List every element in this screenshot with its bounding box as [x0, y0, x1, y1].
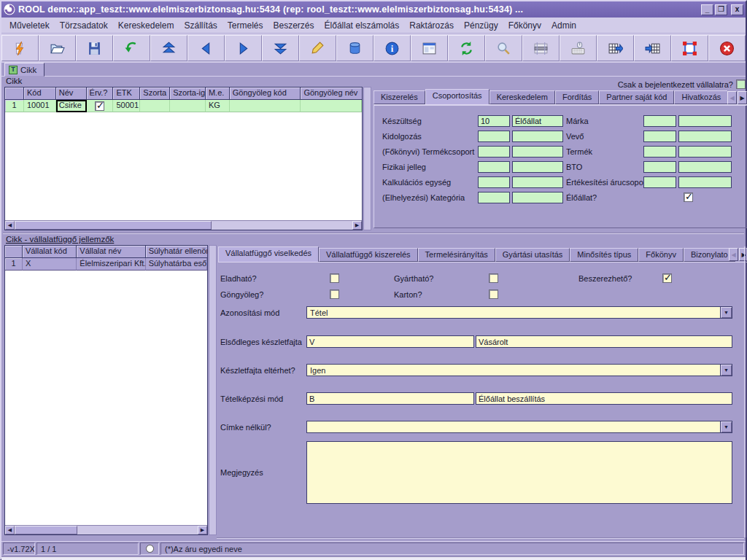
database-button[interactable] — [336, 35, 374, 61]
refresh-button[interactable] — [448, 35, 485, 61]
tab-csoportositas[interactable]: Csoportosítás — [425, 89, 489, 104]
col-vallalat-kod[interactable]: Vállalat kód — [23, 246, 77, 258]
fizikai-jelleg-code-input[interactable] — [478, 161, 510, 173]
tab-vallalatfuggo-viselkedes[interactable]: Vállalatfüggő viselkedés — [218, 246, 319, 262]
status-radio[interactable] — [146, 545, 154, 553]
row-number[interactable]: 1 — [5, 258, 23, 271]
ertekesitesi-arucsoport-value-input[interactable] — [678, 176, 732, 188]
marka-value-input[interactable] — [678, 115, 732, 127]
last-record-button[interactable] — [262, 35, 299, 61]
col-etk[interactable]: ETK — [113, 88, 140, 100]
tabs-scroll-right[interactable]: ▶ — [738, 91, 747, 104]
tab-partner-sajat-kod[interactable]: Partner saját kód — [599, 90, 674, 104]
table-row[interactable]: 1 X Élelmiszeripari Kft. Súlyhatárba eső… — [5, 258, 207, 271]
col-erv[interactable]: Érv.? — [87, 88, 114, 100]
ertekesitesi-arucsoport-code-input[interactable] — [643, 176, 676, 188]
menu-kereskedelem[interactable]: Kereskedelem — [113, 19, 179, 32]
tab-minosites-tipus[interactable]: Minősítés típus — [570, 248, 638, 262]
gongyoleg-checkbox[interactable] — [330, 289, 339, 299]
cell-sulyhatar[interactable]: Súlyhatárba eső v — [146, 258, 207, 271]
cell-nev[interactable]: Csirke — [56, 100, 87, 112]
scroll-right-arrow[interactable]: ▶ — [198, 526, 207, 534]
tabs-scroll-left[interactable]: ◀ — [729, 248, 738, 261]
elsodleges-keszletfajta-value-input[interactable] — [476, 335, 732, 348]
minimize-button[interactable]: _ — [701, 4, 713, 15]
save-button[interactable] — [76, 35, 113, 61]
col-sulyhatar[interactable]: Súlyhatár ellenörz — [146, 246, 207, 258]
menu-muveletek[interactable]: Műveletek — [4, 19, 55, 32]
form-view-button[interactable] — [411, 35, 448, 61]
bto-value-input[interactable] — [678, 161, 732, 173]
tab-termelesiranyitas[interactable]: Termelésirányítás — [418, 248, 495, 262]
tetelkepzesi-mod-code-input[interactable] — [306, 392, 474, 405]
col-szorta-ig[interactable]: Szorta-ig — [170, 88, 206, 100]
menu-penzugy[interactable]: Pénzügy — [459, 19, 503, 32]
col-gongyoleg-kod[interactable]: Göngyöleg kód — [230, 88, 301, 100]
cell-szorta[interactable] — [140, 100, 170, 112]
termek-value-input[interactable] — [678, 146, 732, 158]
keszletfajta-elterhet-combo[interactable]: Igen ▼ — [306, 364, 732, 376]
tab-kereskedelem[interactable]: Kereskedelem — [489, 90, 555, 104]
tab-fokonyv[interactable]: Főkönyv — [638, 248, 684, 262]
elhelyezesi-kategoria-code-input[interactable] — [478, 192, 510, 203]
first-record-button[interactable] — [150, 35, 187, 61]
cikk-table-hscrollbar[interactable]: ◀ ▶ — [5, 220, 362, 230]
col-gongyoleg-nev[interactable]: Göngyöleg név — [301, 88, 362, 100]
cell-vallalat-kod[interactable]: X — [23, 258, 77, 271]
keszultseg-code-input[interactable] — [478, 115, 510, 127]
tab-forditas[interactable]: Fordítás — [555, 90, 599, 104]
dropdown-arrow-icon[interactable]: ▼ — [720, 365, 732, 376]
elhelyezesi-kategoria-value-input[interactable] — [512, 192, 563, 203]
scroll-thumb[interactable] — [15, 221, 212, 230]
restore-button[interactable]: ❐ — [715, 4, 727, 15]
undo-button[interactable] — [113, 35, 150, 61]
tab-bizonylatok[interactable]: Bizonylato — [684, 248, 735, 262]
dropdown-arrow-icon[interactable]: ▼ — [720, 421, 732, 432]
select-region-button[interactable] — [671, 35, 708, 61]
kalkulacios-egyseg-code-input[interactable] — [478, 176, 510, 188]
vevo-code-input[interactable] — [643, 131, 676, 142]
dropdown-arrow-icon[interactable]: ▼ — [720, 307, 732, 318]
cell-gongyoleg-nev[interactable] — [301, 100, 362, 112]
kidolgozas-code-input[interactable] — [478, 131, 510, 142]
col-kod[interactable]: Kód — [24, 88, 56, 100]
scroll-right-arrow[interactable]: ▶ — [352, 221, 362, 230]
edit-button[interactable] — [299, 35, 336, 61]
cell-vallalat-nev[interactable]: Élelmiszeripari Kft. — [77, 258, 145, 271]
keszultseg-value-input[interactable] — [512, 115, 563, 127]
cimke-nelkul-combo[interactable]: ▼ — [306, 421, 732, 433]
scroll-track[interactable] — [212, 221, 352, 230]
kalkulacios-egyseg-value-input[interactable] — [512, 176, 563, 188]
next-record-button[interactable] — [225, 35, 262, 61]
col-me[interactable]: M.e. — [206, 88, 230, 100]
title-bar[interactable]: ROOL demo::app_teszt::www.elelmiszerbizt… — [1, 1, 746, 18]
menu-eloallat-elszamolas[interactable]: Élőállat elszámolás — [320, 19, 405, 32]
menu-torzsadatok[interactable]: Törzsadatok — [55, 19, 113, 32]
row-number[interactable]: 1 — [5, 100, 24, 112]
cell-kod[interactable]: 10001 — [24, 100, 56, 112]
open-button[interactable] — [39, 35, 76, 61]
eloallat-checkbox[interactable] — [684, 192, 693, 202]
cell-szorta-ig[interactable] — [170, 100, 206, 112]
gyarthato-checkbox[interactable] — [489, 273, 498, 283]
scroll-track[interactable] — [77, 526, 198, 534]
erv-checkbox[interactable] — [95, 101, 104, 111]
menu-fokonyv[interactable]: Főkönyv — [503, 19, 546, 32]
tab-vallalatfuggo-kiszereles[interactable]: Vállalatfüggő kiszerelés — [319, 248, 418, 262]
menu-raktarozas[interactable]: Raktározás — [404, 19, 459, 32]
tetelkepzesi-mod-value-input[interactable] — [476, 392, 732, 405]
prev-record-button[interactable] — [187, 35, 225, 61]
cell-me[interactable]: KG — [206, 100, 230, 112]
close-button[interactable]: x — [731, 4, 743, 15]
menu-szallitas[interactable]: Szállítás — [179, 19, 222, 32]
bto-code-input[interactable] — [643, 161, 676, 173]
vallalat-table-hscrollbar[interactable]: ◀ ▶ — [5, 525, 207, 534]
cell-etk[interactable]: 50001 — [113, 100, 140, 112]
fizikai-jelleg-value-input[interactable] — [512, 161, 563, 173]
tab-kiszereles[interactable]: Kiszerelés — [374, 90, 425, 104]
tab-gyartasi-utasitas[interactable]: Gyártási utasítás — [495, 248, 570, 262]
filter-checkbox[interactable] — [736, 79, 746, 89]
cell-gongyoleg-kod[interactable] — [230, 100, 301, 112]
scroll-left-arrow[interactable]: ◀ — [5, 221, 15, 230]
stop-button[interactable] — [708, 35, 746, 61]
